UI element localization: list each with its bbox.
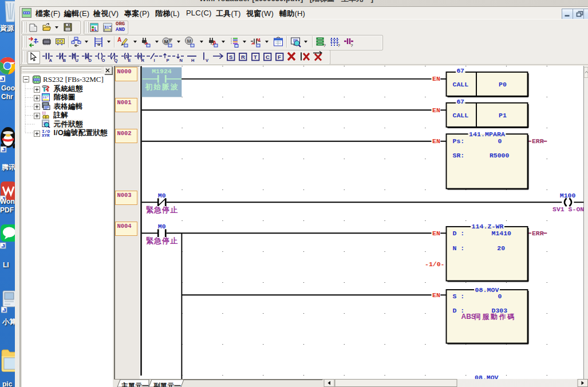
svg-text:初始脈波: 初始脈波 (144, 82, 178, 91)
svg-text:0: 0 (498, 137, 502, 145)
svg-text:-1/0-: -1/0- (425, 260, 445, 268)
svg-text:?: ? (337, 43, 340, 48)
svg-text:M: M (164, 38, 169, 44)
svg-text:H: H (191, 58, 194, 63)
svg-text:141.MPARA: 141.MPARA (469, 130, 505, 137)
svg-text:E: E (128, 58, 131, 63)
svg-text:緊急停止: 緊急停止 (146, 206, 178, 214)
svg-text:M0: M0 (157, 223, 165, 230)
svg-text:EN: EN (432, 137, 440, 145)
svg-text:20: 20 (497, 244, 505, 251)
svg-text:EN: EN (432, 229, 440, 236)
svg-text:O: O (101, 58, 105, 63)
svg-text:A: A (49, 58, 52, 63)
svg-text:SV1 S-ON: SV1 S-ON (553, 206, 584, 213)
svg-text:P1: P1 (499, 112, 507, 119)
svg-text:C: C (266, 54, 270, 60)
svg-text:EN: EN (432, 75, 440, 82)
svg-text:R: R (241, 54, 245, 60)
svg-text:B: B (63, 58, 66, 63)
svg-text:ERR: ERR (531, 229, 543, 236)
svg-text:D: D (88, 58, 92, 63)
svg-text:R: R (141, 58, 145, 63)
svg-text:M1410: M1410 (491, 229, 511, 236)
svg-text:XYR: XYR (42, 133, 50, 137)
svg-text:SR:: SR: (452, 152, 464, 159)
svg-text:?: ? (350, 42, 353, 48)
svg-text:伺服動作碼: 伺服動作碼 (473, 313, 514, 321)
svg-text:P0: P0 (499, 81, 507, 88)
svg-text:CALL: CALL (452, 81, 468, 88)
svg-text:08.MOV: 08.MOV (475, 374, 499, 379)
svg-text:CALL: CALL (452, 112, 468, 119)
svg-text:EN: EN (432, 106, 440, 113)
svg-text:N :: N : (452, 244, 464, 251)
svg-text:08.MOV: 08.MOV (475, 286, 499, 293)
svg-text:M0: M0 (157, 192, 165, 199)
svg-text:I: I (154, 58, 155, 63)
svg-text:M1924: M1924 (152, 68, 172, 75)
svg-text:A: A (117, 37, 121, 43)
svg-text:F: F (278, 54, 281, 60)
svg-text:D :: D : (452, 229, 464, 236)
svg-text:P: P (166, 58, 169, 63)
svg-text:?: ? (323, 43, 326, 48)
svg-text:N: N (179, 58, 182, 63)
svg-text:EN: EN (432, 291, 440, 298)
svg-text:ERR: ERR (531, 137, 543, 145)
svg-text:S :: S : (452, 293, 464, 300)
svg-text:Q: Q (114, 58, 117, 63)
svg-text:T: T (254, 54, 257, 60)
svg-text:緊急停止: 緊急停止 (146, 236, 178, 245)
svg-text:M: M (256, 37, 261, 42)
svg-text:S: S (229, 54, 232, 60)
svg-text:0: 0 (498, 293, 502, 300)
svg-text:M: M (187, 38, 191, 44)
svg-text:M100: M100 (559, 192, 575, 199)
svg-text:67: 67 (456, 66, 464, 74)
svg-text:U: U (75, 58, 78, 63)
svg-text:R5000: R5000 (489, 152, 509, 159)
svg-text:67: 67 (456, 97, 464, 105)
svg-text:V: V (206, 58, 208, 63)
svg-text:Ps:: Ps: (452, 137, 464, 145)
